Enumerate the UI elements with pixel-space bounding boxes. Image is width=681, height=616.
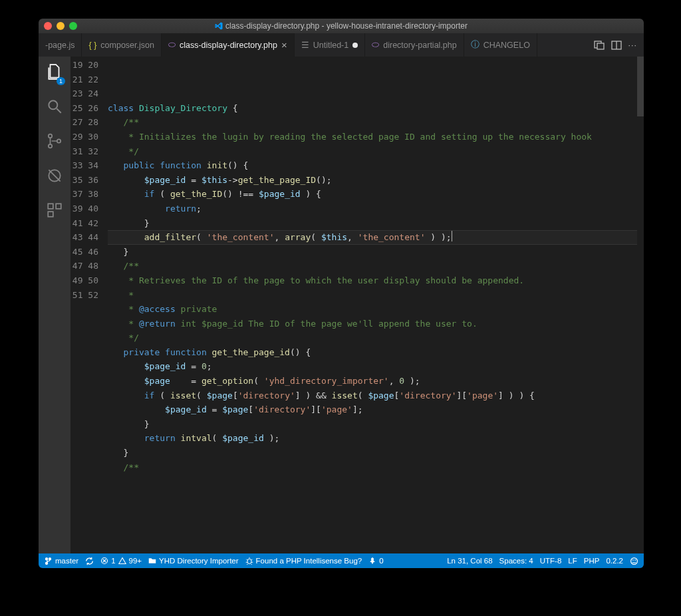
code-line[interactable]: $page_id = 0; (108, 359, 644, 374)
svg-line-5 (57, 108, 61, 113)
extensions-icon (46, 202, 63, 219)
svg-point-7 (49, 144, 52, 148)
title-bar: class-display-directory.php - yellow-hou… (39, 19, 644, 33)
svg-rect-13 (48, 212, 53, 217)
smiley-icon (630, 557, 638, 565)
code-line[interactable]: return intval( $page_id ); (108, 431, 644, 446)
code-line[interactable]: private function get_the_page_id() { (108, 345, 644, 360)
scrollbar-thumb[interactable] (637, 57, 644, 116)
code-line[interactable]: class Display_Directory { (108, 101, 644, 116)
close-window-button[interactable] (44, 22, 52, 30)
code-line[interactable]: * @return int $page_id The ID of the pag… (108, 317, 644, 331)
version-status[interactable]: 0.2.2 (606, 557, 623, 565)
code-line[interactable]: $page_id = $this->get_the_page_ID(); (108, 173, 644, 188)
tab-actions: ··· (587, 33, 644, 57)
svg-point-8 (57, 139, 61, 142)
bug-report-status[interactable]: Found a PHP Intellisense Bug? (245, 557, 362, 565)
vertical-scrollbar[interactable] (637, 57, 644, 553)
error-icon (100, 557, 108, 565)
code-area[interactable]: class Display_Directory { /** * Initiali… (108, 57, 644, 553)
scm-activity[interactable] (46, 132, 63, 152)
close-tab-icon[interactable]: × (281, 39, 287, 51)
search-icon (46, 98, 63, 115)
split-editor-icon[interactable] (611, 40, 622, 51)
code-line[interactable]: return; (108, 202, 644, 216)
svg-rect-11 (48, 204, 53, 209)
svg-rect-1 (597, 43, 604, 49)
extensions-activity[interactable] (46, 202, 63, 222)
bug-icon (245, 557, 253, 565)
tab-changelog[interactable]: ⓘ CHANGELO (464, 33, 537, 57)
code-line[interactable]: public function init() { (108, 158, 644, 173)
encoding-status[interactable]: UTF-8 (540, 557, 562, 565)
code-line[interactable]: } (108, 446, 644, 460)
code-line[interactable]: * (108, 288, 644, 303)
code-line[interactable]: */ (108, 144, 644, 159)
folder-icon (148, 557, 156, 565)
svg-rect-12 (56, 204, 61, 209)
svg-point-4 (49, 100, 57, 109)
indentation-status[interactable]: Spaces: 4 (499, 557, 533, 565)
code-line[interactable]: * Initializes the lugin by reading the s… (108, 130, 644, 144)
code-line[interactable]: * @access private (108, 302, 644, 317)
code-line[interactable]: if ( isset( $page['directory'] ) && isse… (108, 388, 644, 403)
cursor-position-status[interactable]: Ln 31, Col 68 (447, 557, 492, 565)
git-branch-status[interactable]: master (44, 557, 78, 565)
code-line[interactable]: /** (108, 460, 644, 475)
status-bar: master 1 99+ YHD Directory Importer Foun… (39, 553, 644, 568)
debug-icon (46, 167, 63, 184)
problems-status[interactable]: 1 99+ (100, 557, 142, 565)
text-cursor (452, 231, 452, 241)
sync-icon (85, 557, 94, 565)
tab-composer-json[interactable]: { } composer.json (82, 33, 161, 57)
svg-point-18 (634, 559, 636, 561)
tab-directory-partial[interactable]: ⬭ directory-partial.php (365, 33, 464, 57)
tab-untitled-1[interactable]: ☰ Untitled-1 (295, 33, 366, 57)
source-control-icon (46, 132, 63, 150)
code-editor[interactable]: 19 20 21 22 23 24 25 26 27 28 29 30 31 3… (70, 57, 644, 553)
php-icon: ⬭ (372, 40, 379, 50)
minimize-window-button[interactable] (57, 22, 65, 30)
window-title: class-display-directory.php - yellow-hou… (44, 21, 638, 31)
code-line[interactable]: } (108, 417, 644, 432)
modified-indicator-icon (352, 43, 358, 48)
editor-body: 1 19 20 21 22 23 24 25 26 27 28 29 30 31… (39, 57, 644, 553)
references-status[interactable]: 0 (368, 557, 383, 565)
explorer-activity[interactable]: 1 (46, 63, 63, 83)
svg-point-6 (49, 134, 52, 138)
tab-class-display-directory[interactable]: ⬭ class-display-directory.php × (162, 33, 295, 57)
code-line[interactable]: $page = get_option( 'yhd_directory_impor… (108, 374, 644, 388)
app-window: class-display-directory.php - yellow-hou… (39, 19, 644, 568)
sync-status[interactable] (85, 557, 94, 565)
language-status[interactable]: PHP (584, 557, 600, 565)
tab-bar: -page.js { } composer.json ⬭ class-displ… (39, 33, 644, 57)
code-line[interactable]: if ( get_the_ID() !== $page_id ) { (108, 187, 644, 202)
code-line[interactable]: * Retrieves the ID of the page to which … (108, 273, 644, 288)
zoom-window-button[interactable] (69, 22, 77, 30)
debug-activity[interactable] (46, 167, 63, 187)
warning-icon (118, 557, 126, 565)
code-line[interactable]: $page_id = $page['directory']['page']; (108, 402, 644, 417)
json-icon: { } (88, 41, 96, 50)
code-line[interactable]: /** (108, 259, 644, 273)
project-status[interactable]: YHD Directory Importer (148, 557, 239, 565)
window-icon[interactable] (594, 40, 605, 51)
explorer-badge: 1 (57, 77, 65, 85)
pin-icon (368, 557, 376, 565)
code-line[interactable]: /** (108, 115, 644, 130)
tab-page-js[interactable]: -page.js (39, 33, 82, 57)
svg-point-16 (631, 557, 638, 564)
code-line[interactable]: } (108, 245, 644, 259)
code-line[interactable]: add_filter( 'the_content', array( $this,… (108, 230, 644, 245)
search-activity[interactable] (46, 98, 63, 118)
vscode-icon (215, 22, 223, 30)
branch-icon (44, 557, 53, 565)
code-line[interactable]: } (108, 216, 644, 231)
feedback-status[interactable] (630, 557, 638, 565)
line-number-gutter: 19 20 21 22 23 24 25 26 27 28 29 30 31 3… (70, 57, 108, 553)
file-icon: ☰ (301, 40, 309, 50)
more-actions-icon[interactable]: ··· (628, 41, 637, 50)
eol-status[interactable]: LF (568, 557, 577, 565)
traffic-lights (44, 22, 77, 30)
code-line[interactable]: */ (108, 331, 644, 345)
